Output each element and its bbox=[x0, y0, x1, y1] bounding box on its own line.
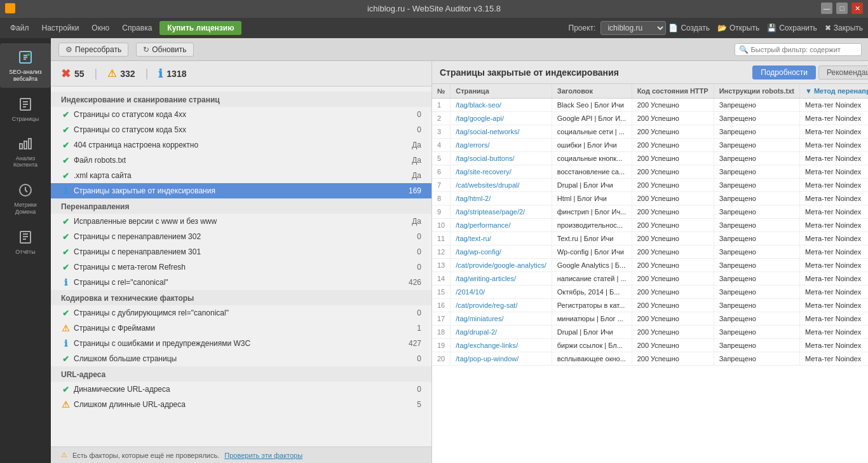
page-link[interactable]: /tag/social-buttons/ bbox=[456, 155, 514, 162]
cell-page: /2014/10/ bbox=[451, 286, 552, 299]
audit-item[interactable]: ✔ Страницы со статусом кода 4xx 0 bbox=[51, 107, 431, 122]
audit-item[interactable]: ✔ Динамические URL-адреса 0 bbox=[51, 382, 431, 397]
tab-details[interactable]: Подробности bbox=[752, 66, 816, 79]
cell-redirect: Мета-тег Noindex bbox=[799, 179, 868, 192]
info-stat: ℹ 1318 bbox=[158, 67, 186, 81]
search-input[interactable] bbox=[751, 46, 853, 53]
table-row[interactable]: 16 /cat/provide/reg-sat/ Регистраторы в … bbox=[432, 299, 868, 312]
table-row[interactable]: 19 /tag/exchange-links/ биржи ссылок | Б… bbox=[432, 339, 868, 352]
table-row[interactable]: 10 /tag/performance/ производительнос...… bbox=[432, 219, 868, 232]
table-row[interactable]: 1 /tag/black-seo/ Black Seo | Блог Ичи 2… bbox=[432, 99, 868, 112]
table-row[interactable]: 8 /tag/html-2/ Html | Блог Ичи 200 Успеш… bbox=[432, 192, 868, 205]
rebuild-button[interactable]: ⚙ Пересобрать bbox=[58, 43, 128, 57]
page-link[interactable]: /tag/drupal-2/ bbox=[456, 328, 497, 336]
audit-item-icon: ✔ bbox=[61, 217, 70, 226]
buy-license-button[interactable]: Купить лицензию bbox=[159, 21, 241, 35]
page-link[interactable]: /cat/websites/drupal/ bbox=[456, 181, 519, 189]
audit-item[interactable]: ✔ .xml карта сайта Да bbox=[51, 168, 431, 183]
tab-recommendation[interactable]: Рекомендация bbox=[818, 66, 868, 79]
cell-page: /tag/wp-config/ bbox=[451, 245, 552, 259]
page-link[interactable]: /tag/errors/ bbox=[456, 141, 489, 149]
info-icon: ℹ bbox=[64, 277, 67, 287]
table-row[interactable]: 18 /tag/drupal-2/ Drupal | Блог Ичи 200 … bbox=[432, 326, 868, 339]
check-factors-link[interactable]: Проверить эти факторы bbox=[224, 452, 302, 459]
table-row[interactable]: 14 /tag/writing-articles/ написание стат… bbox=[432, 272, 868, 286]
audit-item[interactable]: ℹ Страницы с rel="canonical" 426 bbox=[51, 275, 431, 290]
audit-item[interactable]: ⚠ Страницы с Фреймами 1 bbox=[51, 321, 431, 336]
cell-redirect: Мета-тег Noindex bbox=[799, 125, 868, 139]
page-link[interactable]: /tag/site-recovery/ bbox=[456, 168, 511, 176]
table-row[interactable]: 15 /2014/10/ Октябрь, 2014 | Б... 200 Ус… bbox=[432, 286, 868, 299]
table-row[interactable]: 17 /tag/miniatures/ миниатюры | Блог ...… bbox=[432, 312, 868, 326]
sidebar-item-metrics[interactable]: МетрикиДомена bbox=[0, 176, 51, 221]
audit-item[interactable]: ✔ Страницы с мета-тегом Refresh 0 bbox=[51, 259, 431, 275]
page-link[interactable]: /tag/pop-up-window/ bbox=[456, 355, 519, 363]
audit-item-count: 0 bbox=[417, 263, 421, 272]
audit-item[interactable]: ✔ Страницы с перенаправлением 302 0 bbox=[51, 229, 431, 244]
page-link[interactable]: /tag/exchange-links/ bbox=[456, 342, 518, 349]
menu-help[interactable]: Справка bbox=[117, 22, 157, 34]
page-link[interactable]: /2014/10/ bbox=[456, 288, 485, 296]
table-row[interactable]: 20 /tag/pop-up-window/ всплывающее окно.… bbox=[432, 352, 868, 366]
table-row[interactable]: 13 /cat/provide/google-analytics/ Google… bbox=[432, 259, 868, 272]
table-row[interactable]: 4 /tag/errors/ ошибки | Блог Ичи 200 Усп… bbox=[432, 139, 868, 152]
cell-title: ошибки | Блог Ичи bbox=[552, 139, 632, 152]
audit-item[interactable]: ✔ Файл robots.txt Да bbox=[51, 153, 431, 168]
cell-title: Html | Блог Ичи bbox=[552, 192, 632, 205]
page-link[interactable]: /tag/miniatures/ bbox=[456, 315, 503, 322]
project-dropdown[interactable]: ichiblog.ru bbox=[600, 21, 666, 35]
col-num: № bbox=[432, 84, 451, 99]
open-action[interactable]: 📂 Открыть bbox=[717, 24, 759, 32]
toolbar: ⚙ Пересобрать ↻ Обновить 🔍 + bbox=[51, 38, 868, 61]
refresh-button[interactable]: ↻ Обновить bbox=[136, 43, 193, 57]
close-button[interactable]: ✕ bbox=[851, 3, 863, 14]
menu-settings[interactable]: Настройки bbox=[37, 22, 85, 34]
cell-num: 11 bbox=[432, 232, 451, 245]
page-link[interactable]: /tag/black-seo/ bbox=[456, 101, 501, 109]
table-row[interactable]: 6 /tag/site-recovery/ восстановление са.… bbox=[432, 165, 868, 179]
minimize-button[interactable]: — bbox=[821, 3, 832, 14]
page-link[interactable]: /tag/performance/ bbox=[456, 221, 510, 229]
page-link[interactable]: /tag/html-2/ bbox=[456, 195, 491, 202]
sidebar-item-content[interactable]: АнализКонтента bbox=[0, 130, 51, 174]
page-link[interactable]: /tag/wp-config/ bbox=[456, 248, 501, 256]
sidebar-item-pages[interactable]: Страницы bbox=[0, 90, 51, 127]
page-link[interactable]: /cat/provide/google-analytics/ bbox=[456, 261, 546, 269]
close-action[interactable]: ✖ Закрыть bbox=[825, 24, 863, 32]
table-row[interactable]: 7 /cat/websites/drupal/ Drupal | Блог Ич… bbox=[432, 179, 868, 192]
page-link[interactable]: /tag/google-api/ bbox=[456, 114, 504, 122]
cell-title: социальные сети | ... bbox=[552, 125, 632, 139]
maximize-button[interactable]: □ bbox=[836, 3, 848, 14]
page-link[interactable]: /tag/text-ru/ bbox=[456, 235, 491, 242]
page-link[interactable]: /tag/social-networks/ bbox=[456, 128, 519, 135]
audit-item[interactable]: ✔ Исправленные версии с www и без www Да bbox=[51, 214, 431, 229]
page-link[interactable]: /tag/writing-articles/ bbox=[456, 275, 516, 282]
audit-item-text: Файл robots.txt bbox=[74, 156, 408, 165]
col-redirect[interactable]: ▼ Метод перенаправл... bbox=[799, 84, 868, 99]
page-link[interactable]: /tag/striptease/page/2/ bbox=[456, 208, 525, 216]
table-row[interactable]: 9 /tag/striptease/page/2/ финстрип | Бло… bbox=[432, 205, 868, 219]
table-row[interactable]: 11 /tag/text-ru/ Text.ru | Блог Ичи 200 … bbox=[432, 232, 868, 245]
audit-item[interactable]: ℹ Страницы с ошибками и предупреждениями… bbox=[51, 336, 431, 351]
save-action[interactable]: 💾 Сохранить bbox=[767, 24, 817, 32]
audit-item[interactable]: ✔ 404 страница настроена корректно Да bbox=[51, 137, 431, 153]
menu-file[interactable]: Файл bbox=[5, 22, 34, 34]
menu-window[interactable]: Окно bbox=[86, 22, 114, 34]
sidebar-item-reports[interactable]: Отчёты bbox=[0, 223, 51, 260]
sidebar-item-seo[interactable]: SEO-анализвебсайта bbox=[0, 43, 51, 88]
audit-item-count: 5 bbox=[417, 400, 421, 409]
audit-item[interactable]: ✔ Слишком большие страницы 0 bbox=[51, 351, 431, 366]
page-link[interactable]: /cat/provide/reg-sat/ bbox=[456, 301, 517, 309]
table-row[interactable]: 5 /tag/social-buttons/ социальные кнопк.… bbox=[432, 152, 868, 165]
audit-item[interactable]: ℹ Страницы закрытые от индексирования 16… bbox=[51, 183, 431, 198]
table-row[interactable]: 3 /tag/social-networks/ социальные сети … bbox=[432, 125, 868, 139]
audit-item[interactable]: ⚠ Слишком длинные URL-адреса 5 bbox=[51, 397, 431, 412]
cell-page: /tag/writing-articles/ bbox=[451, 272, 552, 286]
table-row[interactable]: 2 /tag/google-api/ Google API | Блог И..… bbox=[432, 112, 868, 125]
create-action[interactable]: 📄 Создать bbox=[668, 24, 710, 32]
audit-item[interactable]: ✔ Страницы со статусом кода 5xx 0 bbox=[51, 122, 431, 137]
audit-item[interactable]: ✔ Страницы с перенаправлением 301 0 bbox=[51, 244, 431, 259]
table-row[interactable]: 12 /tag/wp-config/ Wp-config | Блог Ичи … bbox=[432, 245, 868, 259]
cell-title: Регистраторы в кат... bbox=[552, 299, 632, 312]
audit-item[interactable]: ✔ Страницы с дублирующимся rel="canonica… bbox=[51, 305, 431, 321]
